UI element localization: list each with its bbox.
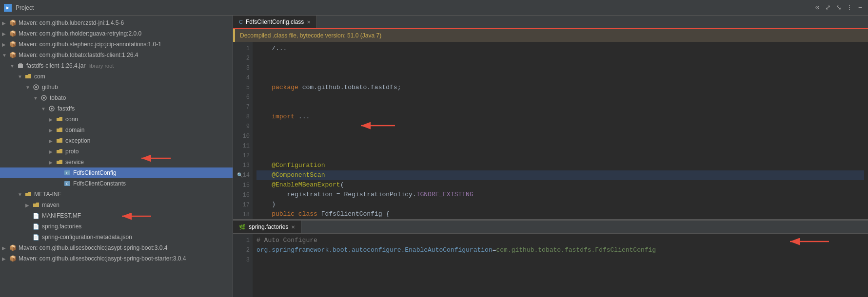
tree-label-exception: exception bbox=[65, 137, 90, 144]
target-icon[interactable]: ⊙ bbox=[813, 4, 821, 12]
tree-item-spring-factories[interactable]: 📄spring.factories bbox=[0, 221, 233, 232]
tree-item-com[interactable]: ▼com bbox=[0, 71, 233, 82]
code-area-top[interactable]: 12345678910111213🔍1415161718192021 /... … bbox=[233, 42, 868, 219]
tree-item-maven2[interactable]: ▶📦Maven: com.github.rholder:guava-retryi… bbox=[0, 28, 233, 39]
tab-fdfs-class[interactable]: C FdfsClientConfig.class ✕ bbox=[233, 16, 317, 28]
collapse-icon[interactable]: ⤡ bbox=[835, 4, 843, 12]
tree-label-jar1: fastdfs-client-1.26.4.jar bbox=[26, 62, 85, 69]
line-numbers-bottom: 123 bbox=[233, 234, 253, 297]
tree-item-FdfsClientConstants[interactable]: CFdfsClientConstants bbox=[0, 178, 233, 189]
tree-arrow-exception[interactable]: ▶ bbox=[49, 138, 56, 144]
tree-item-META-INF[interactable]: ▼META-INF bbox=[0, 189, 233, 200]
tree-arrow-maven3[interactable]: ▶ bbox=[2, 42, 9, 47]
svg-text:C: C bbox=[66, 182, 68, 186]
tree-arrow-maven5[interactable]: ▶ bbox=[2, 245, 9, 251]
tree-item-fastdfs[interactable]: ▼fastdfs bbox=[0, 103, 233, 114]
decompile-info-bar: Decompiled .class file, bytecode version… bbox=[233, 29, 868, 42]
tree-item-maven4[interactable]: ▼📦Maven: com.github.tobato:fastdfs-clien… bbox=[0, 50, 233, 60]
tree-arrow-maven2[interactable]: ▶ bbox=[2, 31, 9, 37]
tree-item-domain[interactable]: ▶domain bbox=[0, 125, 233, 135]
tree-label-spring-factories: spring.factories bbox=[42, 223, 81, 230]
top-editor-pane: 12345678910111213🔍1415161718192021 /... … bbox=[233, 42, 868, 219]
tree-arrow-domain[interactable]: ▶ bbox=[49, 128, 56, 133]
line-number: 17 bbox=[236, 200, 250, 210]
tree-icon-folder bbox=[24, 190, 32, 198]
tree-icon-class: C bbox=[63, 169, 71, 177]
tree-label-com: com bbox=[34, 73, 45, 80]
tree-label-maven2: Maven: com.github.rholder:guava-retrying… bbox=[19, 30, 141, 37]
tree-label-MANIFEST: MANIFEST.MF bbox=[42, 212, 81, 219]
code-line bbox=[256, 122, 864, 131]
tree-item-proto[interactable]: ▶proto bbox=[0, 146, 233, 157]
tree-icon-file: 📄 bbox=[32, 223, 40, 230]
tree-arrow-conn[interactable]: ▶ bbox=[49, 117, 56, 122]
title-controls: ⊙ ⤢ ⤡ ⋮ − bbox=[813, 4, 864, 12]
tree-item-conn[interactable]: ▶conn bbox=[0, 114, 233, 125]
tree-label-maven-folder: maven bbox=[42, 202, 59, 208]
tree-item-exception[interactable]: ▶exception bbox=[0, 135, 233, 146]
code-line bbox=[256, 93, 864, 102]
tree-item-FdfsClientConfig[interactable]: CFdfsClientConfig bbox=[0, 167, 233, 178]
tree-arrow-com[interactable]: ▼ bbox=[18, 74, 24, 79]
project-tree[interactable]: ▶📦Maven: com.github.luben:zstd-jni:1.4.5… bbox=[0, 16, 233, 297]
tab-spring-factories[interactable]: 🌿 spring.factories ✕ bbox=[233, 221, 301, 233]
tree-item-MANIFEST[interactable]: 📄MANIFEST.MF bbox=[0, 210, 233, 221]
more-icon[interactable]: ⋮ bbox=[846, 4, 853, 12]
minimize-icon[interactable]: − bbox=[856, 4, 864, 12]
tree-arrow-maven1[interactable]: ▶ bbox=[2, 20, 9, 26]
main-layout: ▶📦Maven: com.github.luben:zstd-jni:1.4.5… bbox=[0, 16, 868, 297]
tree-label-service: service bbox=[65, 159, 84, 166]
tree-icon-file: 📄 bbox=[32, 212, 40, 220]
tab-close-button[interactable]: ✕ bbox=[307, 19, 311, 25]
tree-arrow-META-INF[interactable]: ▼ bbox=[18, 192, 24, 197]
code-line bbox=[256, 63, 864, 73]
class-icon: C bbox=[239, 19, 243, 25]
tree-icon-maven: 📦 bbox=[9, 30, 17, 37]
tab-spring-close[interactable]: ✕ bbox=[291, 224, 295, 230]
expand-icon[interactable]: ⤢ bbox=[824, 4, 832, 12]
code-line bbox=[256, 255, 864, 265]
svg-text:C: C bbox=[66, 171, 68, 175]
code-line: # Auto Configure bbox=[256, 236, 864, 245]
tree-arrow-fastdfs[interactable]: ▼ bbox=[41, 106, 48, 111]
tree-arrow-github[interactable]: ▼ bbox=[25, 85, 32, 90]
tree-label-domain: domain bbox=[65, 127, 84, 133]
tree-arrow-tobato[interactable]: ▼ bbox=[33, 95, 40, 101]
tree-item-spring-config[interactable]: 📄spring-configuration-metadata.json bbox=[0, 232, 233, 242]
tree-icon-package bbox=[40, 94, 48, 102]
line-number: 5 bbox=[236, 83, 250, 93]
tree-item-service[interactable]: ▶service bbox=[0, 157, 233, 167]
title-bar: ▶ Project ⊙ ⤢ ⤡ ⋮ − bbox=[0, 0, 868, 16]
tree-item-github[interactable]: ▼github bbox=[0, 82, 233, 93]
code-line: ) bbox=[256, 200, 864, 209]
sidebar: ▶📦Maven: com.github.luben:zstd-jni:1.4.5… bbox=[0, 16, 233, 297]
tree-icon-maven: 📦 bbox=[9, 51, 17, 59]
tree-item-jar1[interactable]: ▼fastdfs-client-1.26.4.jarlibrary root bbox=[0, 60, 233, 71]
tree-arrow-maven4[interactable]: ▼ bbox=[2, 53, 9, 58]
code-area-bottom[interactable]: 123 # Auto Configureorg.springframework.… bbox=[233, 234, 868, 297]
tree-item-maven3[interactable]: ▶📦Maven: com.github.stephenc.jcip:jcip-a… bbox=[0, 39, 233, 50]
tree-arrow-maven6[interactable]: ▶ bbox=[2, 256, 9, 261]
tree-label-github: github bbox=[42, 84, 58, 91]
code-line bbox=[256, 141, 864, 151]
tree-arrow-jar1[interactable]: ▼ bbox=[10, 63, 17, 69]
tree-item-maven5[interactable]: ▶📦Maven: com.github.ulisesbocchio:jasypt… bbox=[0, 242, 233, 253]
tree-label-maven5: Maven: com.github.ulisesbocchio:jasypt-s… bbox=[19, 244, 168, 251]
code-line bbox=[256, 151, 864, 161]
code-line: public class FdfsClientConfig { bbox=[256, 209, 864, 219]
tab-fdfs-label: FdfsClientConfig.class bbox=[246, 19, 304, 25]
tree-item-maven6[interactable]: ▶📦Maven: com.github.ulisesbocchio:jasypt… bbox=[0, 253, 233, 264]
tree-icon-folder bbox=[56, 137, 63, 145]
tree-item-maven1[interactable]: ▶📦Maven: com.github.luben:zstd-jni:1.4.5… bbox=[0, 18, 233, 28]
line-number: 6 bbox=[236, 93, 250, 102]
line-number: 18 bbox=[236, 210, 250, 219]
tree-arrow-service[interactable]: ▶ bbox=[49, 160, 56, 165]
tree-item-tobato[interactable]: ▼tobato bbox=[0, 93, 233, 103]
tree-item-maven-folder[interactable]: ▶maven bbox=[0, 200, 233, 210]
tree-arrow-maven-folder[interactable]: ▶ bbox=[25, 203, 32, 208]
tree-icon-package bbox=[32, 83, 40, 91]
code-line bbox=[256, 54, 864, 63]
svg-rect-1 bbox=[19, 63, 22, 64]
tree-arrow-proto[interactable]: ▶ bbox=[49, 149, 56, 154]
tree-label-proto: proto bbox=[65, 148, 79, 155]
